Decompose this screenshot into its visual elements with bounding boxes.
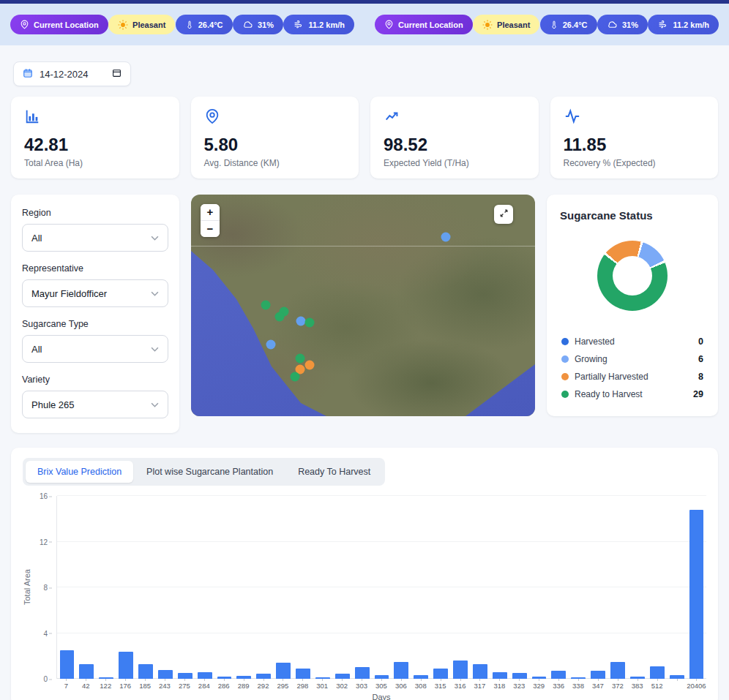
pill-label: 26.4°C xyxy=(563,20,588,29)
select-value: All xyxy=(31,233,42,244)
map-zoom-in-button[interactable]: + xyxy=(201,204,220,220)
bar-day-275[interactable] xyxy=(178,673,192,679)
bar-day-336[interactable] xyxy=(551,671,566,679)
map-marker-ready-to-harvest[interactable] xyxy=(296,354,305,364)
x-tick: 292 xyxy=(253,679,273,690)
bar-slot xyxy=(234,496,254,679)
x-axis-label: Days xyxy=(56,693,706,700)
map-marker-growing[interactable] xyxy=(296,317,306,326)
tab-plot-wise-sugarcane-plantation[interactable]: Plot wise Sugarcane Plantation xyxy=(135,461,285,483)
stat-label: Total Area (Ha) xyxy=(24,158,166,168)
map-zoom-control: + − xyxy=(201,204,220,237)
bar-day-303[interactable] xyxy=(355,667,370,679)
bar-slot xyxy=(529,496,549,679)
current-location-pill[interactable]: Current Location xyxy=(375,15,473,34)
x-tick: 305 xyxy=(372,679,392,690)
status-title: Sugarcane Status xyxy=(560,209,705,222)
select-value: All xyxy=(31,344,42,355)
map-zoom-out-button[interactable]: − xyxy=(201,221,220,237)
pill-label: Pleasant xyxy=(132,20,165,29)
bar-day-302[interactable] xyxy=(335,674,350,679)
bar-day-284[interactable] xyxy=(198,672,212,679)
x-tick: 301 xyxy=(313,679,332,690)
stat-card: 42.81 Total Area (Ha) xyxy=(11,97,179,178)
x-tick: 512 xyxy=(647,679,667,690)
bar-day-185[interactable] xyxy=(138,664,153,679)
map-sea-west xyxy=(191,195,535,416)
wind-pill: 11.2 km/h xyxy=(648,15,719,34)
date-picker[interactable]: 14-12-2024 xyxy=(13,61,131,86)
tab-brix-value-prediction[interactable]: Brix Value Prediction xyxy=(26,461,133,483)
y-axis-ticks: 0481216 xyxy=(34,496,56,679)
condition-pill: Pleasant xyxy=(473,15,539,34)
bar-day-317[interactable] xyxy=(473,664,487,679)
bar-day-315[interactable] xyxy=(433,669,448,679)
stat-value: 98.52 xyxy=(384,135,526,155)
bar-slot xyxy=(274,496,294,679)
map-marker-ready-to-harvest[interactable] xyxy=(275,312,285,322)
bar-day-318[interactable] xyxy=(493,672,507,679)
x-tick: 20406 xyxy=(687,679,706,690)
current-location-pill[interactable]: Current Location xyxy=(10,15,108,34)
bar-slot xyxy=(667,496,687,679)
bar-day-243[interactable] xyxy=(158,670,173,680)
legend-item-harvested[interactable]: Harvested 0 xyxy=(560,333,705,350)
map-marker-ready-to-harvest[interactable] xyxy=(261,301,271,310)
calendar-icon xyxy=(23,68,33,80)
legend-item-ready-to-harvest[interactable]: Ready to Harvest 29 xyxy=(560,385,705,403)
bar-day-292[interactable] xyxy=(256,674,271,679)
legend-item-growing[interactable]: Growing 6 xyxy=(560,350,705,368)
pill-label: 31% xyxy=(258,20,274,29)
legend-dot xyxy=(561,355,569,363)
bar-day-512[interactable] xyxy=(650,666,665,679)
x-tick: 318 xyxy=(490,679,509,690)
bar-day-176[interactable] xyxy=(119,652,133,680)
bar-day-316[interactable] xyxy=(453,661,468,679)
brix-bar-chart: Total Area 0481216 742122176185243275284… xyxy=(23,496,706,700)
donut-hole xyxy=(613,256,652,296)
map-marker-growing[interactable] xyxy=(266,340,276,350)
bars xyxy=(57,496,706,679)
map-marker-ready-to-harvest[interactable] xyxy=(305,318,315,328)
legend-value: 8 xyxy=(698,372,703,382)
bar-day-7[interactable] xyxy=(60,650,75,679)
bar-day-372[interactable] xyxy=(610,662,625,679)
bar-slot xyxy=(569,496,588,679)
bar-slot xyxy=(411,496,431,679)
thermometer-icon xyxy=(185,20,194,29)
filter-group: Variety Phule 265 xyxy=(22,375,168,418)
bar-day-323[interactable] xyxy=(512,673,527,679)
legend-item-partially-harvested[interactable]: Partially Harvested 8 xyxy=(560,368,705,385)
legend-value: 6 xyxy=(698,354,703,364)
map-pin-icon xyxy=(204,108,220,124)
map-fullscreen-button[interactable] xyxy=(494,205,513,224)
y-tick: 8 xyxy=(43,584,52,592)
bar-day-298[interactable] xyxy=(296,669,310,679)
weather-bar: Current LocationPleasant26.4°C31%11.2 km… xyxy=(0,4,729,45)
x-tick: 7 xyxy=(56,679,76,690)
y-tick: 12 xyxy=(40,538,52,546)
wind-pill: 11.2 km/h xyxy=(283,15,354,34)
x-tick xyxy=(667,679,687,690)
y-axis-label: Total Area xyxy=(23,496,34,679)
variety-select[interactable]: Phule 265 xyxy=(22,391,168,418)
bar-slot xyxy=(254,496,274,679)
bar-day-42[interactable] xyxy=(79,664,94,679)
x-tick: 308 xyxy=(411,679,430,690)
tab-ready-to-harvest[interactable]: Ready To Harvest xyxy=(286,461,382,483)
region-select[interactable]: All xyxy=(22,224,168,252)
representative-select[interactable]: Mayur Fieldofficer xyxy=(22,279,168,307)
x-tick: 42 xyxy=(76,679,96,690)
calendar-picker-icon[interactable] xyxy=(112,68,122,80)
sugarcane-type-select[interactable]: All xyxy=(22,335,168,363)
bar-day-295[interactable] xyxy=(276,663,291,679)
map[interactable]: + − xyxy=(191,195,535,416)
map-marker-ready-to-harvest[interactable] xyxy=(291,372,300,382)
x-tick: 383 xyxy=(627,679,647,690)
map-marker-growing[interactable] xyxy=(441,233,451,242)
condition-pill: Pleasant xyxy=(108,15,175,34)
bar-day-347[interactable] xyxy=(591,671,605,679)
bar-day-306[interactable] xyxy=(394,662,408,679)
bar-day-20406[interactable] xyxy=(689,510,704,679)
map-marker-partially-harvested[interactable] xyxy=(305,361,315,370)
